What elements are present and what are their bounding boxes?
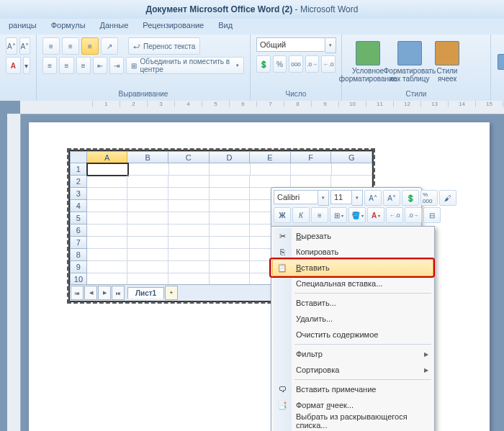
align-left-button[interactable]: ≡ (42, 57, 57, 74)
col-header-D[interactable]: D (210, 151, 251, 163)
ribbon-tabs: раницы Формулы Данные Рецензирование Вид (0, 19, 504, 35)
ctx-format-cells[interactable]: 📑Формат ячеек... (273, 397, 433, 413)
conditional-formatting-icon (356, 41, 380, 65)
ctx-copy[interactable]: ⎘Копировать (273, 244, 433, 260)
align-center-button[interactable]: ≡ (59, 57, 73, 74)
decrease-indent-button[interactable]: ⇤ (93, 57, 107, 74)
ctx-insert-comment[interactable]: 🗨Вставить примечание (273, 381, 433, 397)
context-menu: ✂Вырезать ⎘Копировать 📋Вставить Специаль… (271, 226, 435, 431)
cell-styles-button[interactable]: Стили ячеек (431, 37, 463, 86)
tab-review[interactable]: Рецензирование (135, 19, 211, 35)
tab-data[interactable]: Данные (93, 19, 136, 35)
ctx-paste-special[interactable]: Специальная вставка... (273, 276, 433, 291)
format-table-icon (397, 41, 422, 65)
align-right-button[interactable]: ≡ (76, 57, 91, 74)
font-color-button[interactable]: A (6, 57, 21, 74)
alignment-group: ≡ ≡ ≡ ↗ ⮐ Перенос текста ≡ ≡ ≡ ⇤ ⇥ (37, 35, 251, 101)
format-as-table-button[interactable]: Форматировать как таблицу (390, 37, 430, 86)
sheet-tab-1[interactable]: Лист1 (127, 287, 164, 299)
ctx-dropdown-list[interactable]: Выбрать из раскрывающегося списка... (273, 413, 433, 429)
document-title: Документ Microsoft Office Word (2) (146, 4, 293, 14)
decrease-decimal-button[interactable]: ←.0 (321, 55, 336, 73)
cell-styles-icon (435, 41, 459, 65)
title-bar: Документ Microsoft Office Word (2) - Mic… (0, 0, 504, 19)
mini-grow-font[interactable]: A˄ (364, 190, 382, 206)
mini-format-painter[interactable]: 🖌 (439, 190, 456, 206)
comma-button[interactable]: 000 (289, 55, 303, 73)
sheet-nav-next[interactable]: ▶ (98, 286, 111, 300)
mini-currency[interactable]: 💲 (402, 190, 419, 206)
mini-font-color[interactable]: A▾ (367, 207, 384, 223)
merge-icon: ⊞ (131, 62, 137, 70)
app-name: Microsoft Word (300, 4, 358, 14)
mini-italic[interactable]: К (292, 207, 310, 223)
increase-font-button[interactable]: A˄ (6, 37, 17, 55)
insert-cells-button[interactable] (497, 37, 504, 86)
decrease-font-button[interactable]: A˅ (19, 37, 31, 55)
copy-icon: ⎘ (276, 246, 288, 258)
align-top-button[interactable]: ≡ (42, 37, 60, 55)
vertical-ruler[interactable] (7, 114, 21, 431)
mini-size-combo[interactable]: 11▾ (330, 190, 363, 206)
merge-center-button[interactable]: ⊞ Объединить и поместить в центре ▾ (126, 57, 244, 74)
cell-A1[interactable] (86, 163, 129, 176)
horizontal-ruler[interactable]: 1234567891011121314151617 (20, 101, 504, 114)
conditional-formatting-button[interactable]: Условное форматирование (348, 37, 388, 86)
col-header-G[interactable]: G (331, 151, 372, 163)
cells-group-fragment (491, 35, 504, 101)
ctx-clear[interactable]: Очистить содержимое (273, 327, 433, 342)
mini-align[interactable]: ≡ (311, 207, 328, 223)
mini-borders[interactable]: ⊞▾ (330, 207, 347, 223)
font-group-fragment: A˄ A˅ A ▾ (0, 35, 37, 101)
number-group: Общий ▾ 💲 % 000 .0→ ←.0 Число (251, 35, 342, 101)
mini-percent[interactable]: % 000 (420, 190, 438, 206)
mini-decrease-decimal[interactable]: ←.0 (386, 207, 403, 223)
ctx-cut[interactable]: ✂Вырезать (273, 228, 433, 244)
orientation-button[interactable]: ↗ (101, 37, 118, 55)
currency-button[interactable]: 💲 (256, 55, 271, 73)
align-middle-button[interactable]: ≡ (62, 37, 79, 55)
mini-bold[interactable]: Ж (274, 207, 291, 223)
mini-fill-color[interactable]: 🪣▾ (348, 207, 366, 223)
wrap-text-button[interactable]: ⮐ Перенос текста (128, 37, 200, 55)
insert-cells-icon (498, 54, 504, 70)
ctx-paste[interactable]: 📋Вставить (272, 259, 433, 276)
sheet-nav-last[interactable]: ⏭ (112, 286, 125, 300)
increase-decimal-button[interactable]: .0→ (305, 55, 320, 73)
col-header-B[interactable]: B (127, 151, 168, 163)
wrap-text-icon: ⮐ (133, 42, 140, 50)
font-color-dropdown[interactable]: ▾ (23, 57, 30, 74)
select-all-corner[interactable] (70, 151, 87, 163)
ribbon: A˄ A˅ A ▾ ≡ ≡ ≡ ↗ ⮐ (0, 35, 504, 101)
increase-indent-button[interactable]: ⇥ (109, 57, 124, 74)
mini-increase-decimal[interactable]: .0→ (405, 207, 422, 223)
mini-toolbar: Calibri▾ 11▾ A˄ A˅ 💲 % 000 🖌 Ж К ≡ ⊞▾ 🪣▾… (271, 187, 422, 227)
submenu-arrow-icon: ▶ (424, 351, 428, 358)
col-header-C[interactable]: C (168, 151, 210, 163)
percent-button[interactable]: % (273, 55, 287, 73)
number-format-combo[interactable]: Общий ▾ (256, 37, 336, 53)
ctx-insert[interactable]: Вставить... (273, 295, 433, 311)
ctx-filter[interactable]: Фильтр▶ (273, 346, 433, 362)
tab-formulas[interactable]: Формулы (44, 19, 93, 35)
new-sheet-button[interactable]: ✦ (165, 286, 178, 300)
col-header-F[interactable]: F (291, 151, 332, 163)
mini-merge[interactable]: ⊟ (423, 207, 441, 223)
mini-shrink-font[interactable]: A˅ (383, 190, 400, 206)
sheet-nav-first[interactable]: ⏮ (71, 286, 84, 300)
mini-font-combo[interactable]: Calibri▾ (274, 190, 329, 206)
tab-pages[interactable]: раницы (1, 19, 44, 35)
row-header[interactable]: 1 (70, 163, 87, 176)
align-bottom-button[interactable]: ≡ (81, 37, 99, 55)
sheet-nav-prev[interactable]: ◀ (84, 286, 97, 300)
styles-caption: Стили (348, 89, 485, 99)
styles-group: Условное форматирование Форматировать ка… (342, 35, 491, 101)
app-window: { "title_doc": "Документ Microsoft Offic… (0, 0, 504, 431)
tab-view[interactable]: Вид (211, 19, 240, 35)
col-header-A[interactable]: A (87, 151, 128, 163)
ctx-delete[interactable]: Удалить... (273, 311, 433, 327)
paste-icon: 📋 (276, 262, 288, 273)
ctx-sort[interactable]: Сортировка▶ (273, 362, 433, 378)
col-header-E[interactable]: E (250, 151, 291, 163)
number-caption: Число (256, 89, 336, 99)
